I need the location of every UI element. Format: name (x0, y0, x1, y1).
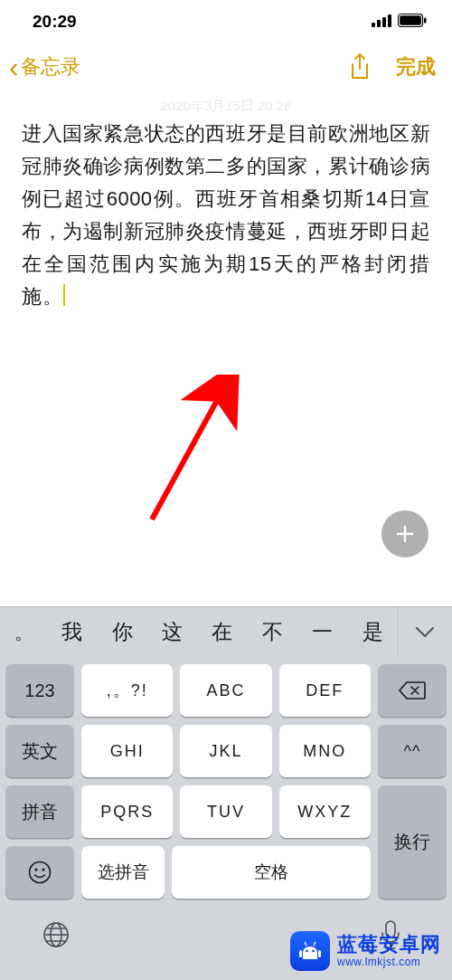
battery-icon (398, 12, 427, 32)
key-pinyin[interactable]: 拼音 (5, 785, 74, 838)
key-return[interactable]: 换行 (378, 785, 447, 899)
emoji-icon (28, 861, 52, 884)
globe-button[interactable] (42, 920, 71, 953)
annotation-arrow (134, 375, 260, 538)
key-mno[interactable]: MNO (279, 725, 371, 777)
key-def[interactable]: DEF (279, 664, 371, 717)
key-123[interactable]: 123 (5, 664, 74, 717)
suggestion-item[interactable]: 在 (197, 618, 247, 646)
mic-icon (380, 920, 401, 951)
key-emoji[interactable] (5, 846, 74, 899)
note-body[interactable]: 进入国家紧急状态的西班牙是目前欧洲地区新冠肺炎确诊病例数第二多的国家，累计确诊病… (22, 118, 430, 313)
nav-bar: ‹ 备忘录 完成 (0, 43, 452, 90)
status-time: 20:29 (33, 12, 77, 32)
svg-point-9 (34, 868, 37, 871)
suggestion-item[interactable]: 不 (248, 618, 297, 646)
share-button[interactable] (349, 53, 371, 81)
add-button[interactable] (381, 510, 428, 557)
key-select-pinyin[interactable]: 选拼音 (81, 846, 165, 899)
keyboard-bottom-bar (0, 902, 452, 980)
svg-point-10 (42, 868, 44, 871)
key-wxyz[interactable]: WXYZ (279, 785, 371, 838)
globe-icon (42, 920, 71, 949)
svg-rect-5 (400, 15, 421, 25)
done-button[interactable]: 完成 (396, 53, 436, 81)
svg-line-7 (152, 387, 224, 519)
key-english[interactable]: 英文 (5, 725, 74, 777)
key-abc[interactable]: ABC (180, 664, 271, 717)
key-pqrs[interactable]: PQRS (81, 785, 173, 838)
chevron-down-icon (415, 626, 435, 639)
svg-rect-6 (424, 18, 427, 24)
key-punct[interactable]: ,。?! (81, 664, 173, 717)
note-date: 2020年3月15日 20:26 (0, 98, 452, 115)
status-bar: 20:29 (0, 0, 452, 43)
text-cursor (63, 284, 65, 306)
key-caret[interactable]: ^^ (378, 725, 447, 777)
mic-button[interactable] (380, 920, 401, 955)
suggestion-punct[interactable]: 。 (0, 620, 47, 645)
suggestion-item[interactable]: 你 (97, 618, 146, 646)
svg-rect-3 (388, 14, 391, 27)
svg-rect-0 (372, 23, 375, 27)
back-button[interactable]: ‹ 备忘录 (9, 52, 80, 81)
suggestion-item[interactable]: 这 (147, 618, 197, 646)
status-right (372, 12, 427, 32)
suggestion-item[interactable]: 我 (47, 618, 97, 646)
suggestion-item[interactable]: 一 (297, 618, 347, 646)
backspace-icon (399, 681, 426, 699)
signal-icon (372, 12, 391, 32)
note-area[interactable]: 2020年3月15日 20:26 进入国家紧急状态的西班牙是目前欧洲地区新冠肺炎… (0, 90, 452, 574)
plus-icon (395, 524, 415, 544)
suggestion-collapse[interactable] (398, 607, 452, 657)
suggestion-bar: 。 我 你 这 在 不 一 是 (0, 606, 452, 657)
keyboard: 。 我 你 这 在 不 一 是 123 ,。?! ABC DEF 英文 GHI … (0, 606, 452, 980)
svg-rect-1 (377, 20, 381, 27)
svg-rect-13 (386, 921, 395, 937)
key-jkl[interactable]: JKL (180, 725, 271, 777)
key-space[interactable]: 空格 (172, 846, 371, 899)
svg-point-8 (30, 862, 51, 883)
key-ghi[interactable]: GHI (81, 725, 173, 777)
back-label: 备忘录 (21, 53, 80, 81)
key-backspace[interactable] (378, 664, 447, 717)
suggestion-item[interactable]: 是 (348, 618, 398, 646)
svg-rect-2 (382, 17, 386, 27)
chevron-left-icon: ‹ (9, 52, 19, 81)
key-tuv[interactable]: TUV (180, 785, 271, 838)
